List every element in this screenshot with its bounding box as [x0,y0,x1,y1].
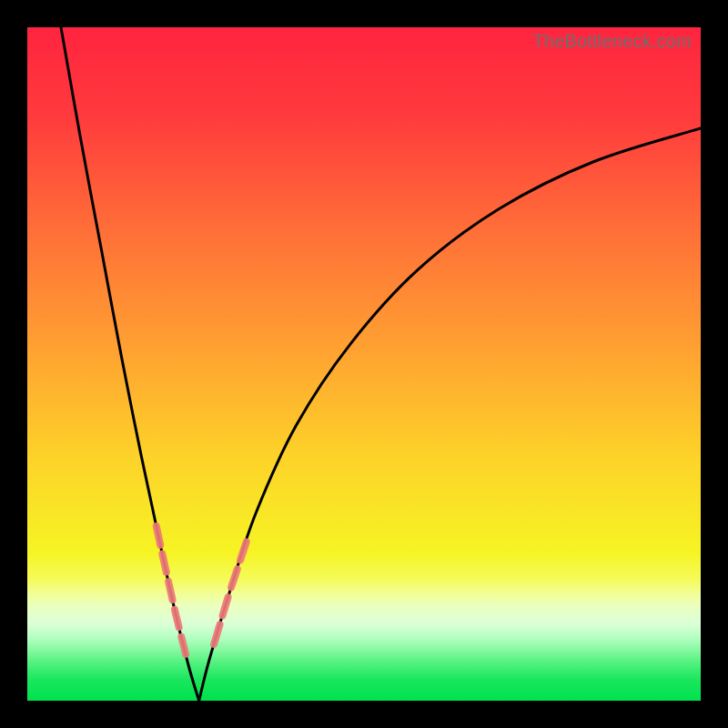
dash-segment [240,541,247,560]
dash-segment [181,637,186,654]
curves-svg [27,27,701,701]
left-branch-curve [61,27,199,701]
plot-area: TheBottleneck.com [27,27,701,701]
dash-segment [223,597,228,615]
dash-overlay-group [157,526,247,654]
dash-segment [162,554,166,572]
dash-segment [214,624,219,644]
dash-segment [231,569,238,587]
outer-frame: TheBottleneck.com [0,0,728,728]
right-branch-curve [199,128,701,701]
dash-segment [175,610,179,627]
dash-segment [157,526,160,545]
dash-segment [168,581,172,600]
